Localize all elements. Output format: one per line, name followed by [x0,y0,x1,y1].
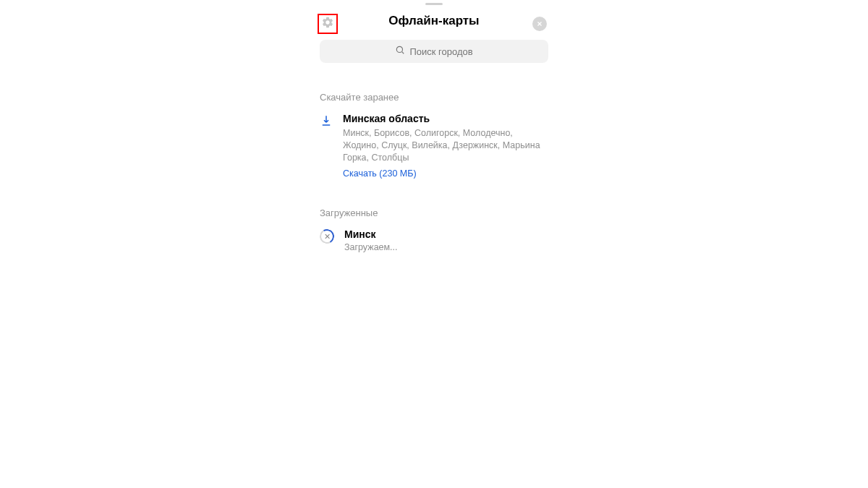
panel-header: Офлайн-карты [307,7,561,35]
page-title: Офлайн-карты [388,14,479,28]
region-description: Минск, Борисов, Солигорск, Молодечно, Жо… [343,127,548,164]
search-icon [395,45,405,58]
download-link[interactable]: Скачать (230 МБ) [343,168,548,179]
svg-point-0 [397,46,403,52]
region-content: Минская область Минск, Борисов, Солигорс… [343,113,548,179]
offline-maps-panel: Офлайн-карты Поиск городов Скачайте зара… [307,0,561,252]
loaded-content: Минск Загружаем... [344,228,548,252]
settings-button[interactable] [318,14,338,34]
search-placeholder: Поиск городов [409,46,472,57]
region-name: Минская область [343,113,548,124]
download-icon[interactable] [320,114,333,130]
close-icon [536,17,543,30]
cancel-download-button[interactable]: ✕ [318,227,336,244]
loaded-item: ✕ Минск Загружаем... [307,228,561,252]
close-icon: ✕ [324,232,331,240]
close-button[interactable] [532,17,547,31]
loaded-section-title: Загруженные [320,207,548,218]
gear-icon [321,16,334,32]
loaded-city-name: Минск [344,228,548,240]
search-input[interactable]: Поиск городов [320,40,548,63]
loaded-status: Загружаем... [344,242,548,252]
drag-handle[interactable] [425,3,443,5]
preload-section-title: Скачайте заранее [320,92,548,103]
region-item: Минская область Минск, Борисов, Солигорс… [307,113,561,179]
